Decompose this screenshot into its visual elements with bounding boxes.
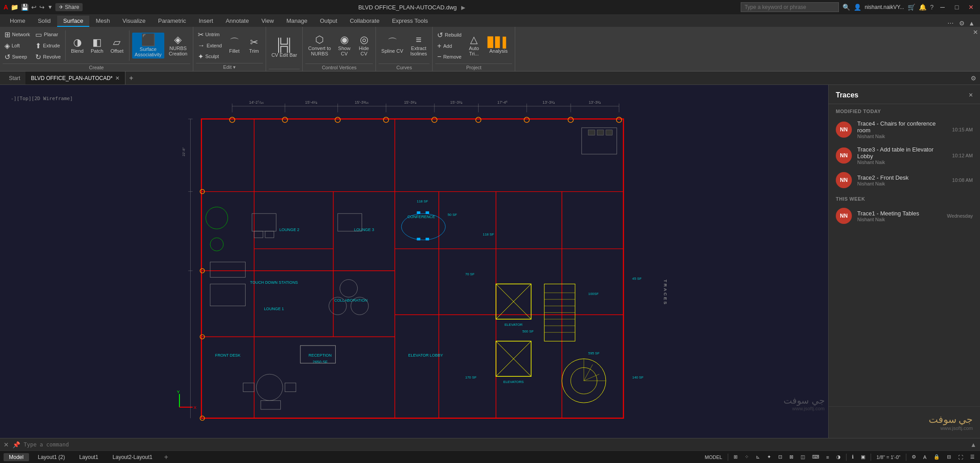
ribbon-btn-offset[interactable]: ▱ Offset <box>108 36 126 55</box>
tab-close-icon[interactable]: ✕ <box>115 75 120 81</box>
ribbon-btn-revolve[interactable]: ↻ Revolve <box>33 52 63 62</box>
floorplan-svg[interactable]: 14'-2⁷⁄₁₆ 15'-4¹⁄₄ 15'-3³⁄₁₆ 15'-3³⁄₄ 15… <box>10 95 828 438</box>
close-btn[interactable]: ✕ <box>966 2 976 13</box>
tab-annotate[interactable]: Annotate <box>219 16 255 27</box>
tab-visualize[interactable]: Visualize <box>116 16 152 27</box>
ribbon-btn-network[interactable]: ⊞ Network <box>3 29 32 40</box>
search-input[interactable] <box>741 2 839 12</box>
status-tab-add[interactable]: + <box>162 453 171 461</box>
tab-output[interactable]: Output <box>313 16 343 27</box>
ribbon-btn-analysis[interactable]: ▊▋▌ Analysis <box>485 36 513 55</box>
status-quickprops-btn[interactable]: ℹ <box>850 454 855 460</box>
status-settings-btn[interactable]: ⚙ <box>910 454 918 460</box>
tab-view[interactable]: View <box>255 16 280 27</box>
status-dynucs-btn[interactable]: ◫ <box>799 454 807 460</box>
cmd-close-btn[interactable]: ✕ <box>4 441 9 448</box>
cmd-pin-btn[interactable]: 📌 <box>13 441 20 448</box>
quick-access-redo[interactable]: ↪ <box>39 4 45 11</box>
ribbon-btn-rebuild[interactable]: ↺ Rebuild <box>435 30 463 40</box>
ribbon-btn-sweep[interactable]: ↺ Sweep <box>3 52 32 62</box>
ribbon-btn-extend[interactable]: → Extend <box>196 41 224 51</box>
status-lineweight-btn[interactable]: ≡ <box>825 455 831 460</box>
ribbon-btn-remove[interactable]: − Remove <box>435 52 463 62</box>
status-viewport-btn[interactable]: ⊟ <box>945 454 953 460</box>
ribbon-btn-nurbs-creation[interactable]: ◈ NURBSCreation <box>166 34 190 58</box>
tab-parametric[interactable]: Parametric <box>152 16 192 27</box>
search-icon[interactable]: 🔍 <box>842 4 850 11</box>
ribbon-btn-planar[interactable]: ▭ Planar <box>33 29 63 40</box>
status-polar-btn[interactable]: ✦ <box>765 454 773 460</box>
trace-item-3[interactable]: NN Trace3 - Add table in Elevator Lobby … <box>829 143 980 168</box>
command-input[interactable] <box>24 442 967 448</box>
tab-express-tools[interactable]: Express Tools <box>386 16 434 27</box>
panel-settings-icon[interactable]: ⚙ <box>957 20 967 27</box>
minimize-btn[interactable]: ─ <box>937 2 948 13</box>
traces-close-btn[interactable]: × <box>969 91 973 99</box>
ribbon-btn-show-cv[interactable]: ◉ ShowCV <box>335 34 353 58</box>
status-tab-layout1-2[interactable]: Layout1 (2) <box>33 453 71 461</box>
tab-collaborate[interactable]: Collaborate <box>343 16 386 27</box>
quick-access-open[interactable]: 📁 <box>11 4 18 11</box>
quick-access-save[interactable]: 💾 <box>21 4 29 11</box>
expand-icon[interactable]: ▶ <box>461 4 465 11</box>
tab-insert[interactable]: Insert <box>192 16 220 27</box>
ribbon-btn-fillet[interactable]: ⌒ Fillet <box>225 36 243 55</box>
ribbon-btn-spline-cv[interactable]: ⌒ Spline CV <box>379 36 406 55</box>
tab-surface[interactable]: Surface <box>57 16 90 27</box>
share-button[interactable]: ✈ Share <box>55 3 83 11</box>
ribbon-btn-auto-tri[interactable]: △ AutoTri... <box>465 34 483 58</box>
ribbon-btn-cv-edit-bar[interactable]: ╠╣ CV Edit Bar <box>269 38 300 59</box>
tab-add-btn[interactable]: + <box>125 72 137 84</box>
tab-solid[interactable]: Solid <box>32 16 57 27</box>
tab-settings-icon[interactable]: ⚙ <box>971 75 976 82</box>
ribbon-btn-patch[interactable]: ◧ Patch <box>88 36 106 55</box>
trace-item-2[interactable]: NN Trace2 - Front Desk Nishant Naik 10:0… <box>829 168 980 192</box>
panel-collapse-icon[interactable]: ▲ <box>967 20 976 27</box>
status-osnap-btn[interactable]: ⊡ <box>776 454 784 460</box>
status-dyninput-btn[interactable]: ⌨ <box>810 454 821 460</box>
status-selection-btn[interactable]: ▣ <box>859 454 867 460</box>
tab-manage[interactable]: Manage <box>280 16 313 27</box>
tab-start[interactable]: Start <box>4 73 25 83</box>
ribbon-btn-untrim[interactable]: ✂ Untrim <box>196 29 224 40</box>
ribbon-btn-surface-associativity[interactable]: ⬛ SurfaceAssociativity <box>132 33 165 59</box>
trace-item-1[interactable]: NN Trace1 - Meeting Tables Nishant Naik … <box>829 204 980 227</box>
status-custom-btn[interactable]: ☰ <box>968 454 976 460</box>
status-tab-layout1[interactable]: Layout1 <box>74 453 104 461</box>
status-otrack-btn[interactable]: ⊠ <box>788 454 795 460</box>
status-tab-model[interactable]: Model <box>4 453 29 461</box>
status-tab-layout2[interactable]: Layout2-Layout1 <box>107 453 158 461</box>
maximize-btn[interactable]: □ <box>951 2 962 13</box>
status-fullscreen-btn[interactable]: ⛶ <box>956 455 965 460</box>
trim-icon: ✂ <box>250 38 258 47</box>
ribbon-more-icon[interactable]: ⋯ <box>944 20 957 27</box>
tab-mesh[interactable]: Mesh <box>89 16 116 27</box>
cmd-scroll-up[interactable]: ▲ <box>970 441 976 448</box>
ribbon-btn-extrude[interactable]: ⬆ Extrude <box>33 41 63 51</box>
help-icon[interactable]: ? <box>930 4 934 11</box>
status-transparency-btn[interactable]: ◑ <box>834 454 842 460</box>
ribbon-btn-convert-to-nurbs[interactable]: ⬡ Convert toNURBS <box>305 34 334 58</box>
cart-icon[interactable]: 🛒 <box>908 4 915 11</box>
ribbon-btn-hide-cv[interactable]: ◎ HideCV <box>355 34 373 58</box>
sculpt-label: Sculpt <box>205 54 219 59</box>
quick-access-undo[interactable]: ↩ <box>31 4 37 11</box>
ribbon-collapse-icon[interactable]: ✕ <box>973 29 978 36</box>
ribbon-btn-sculpt[interactable]: ✦ Sculpt <box>196 51 224 62</box>
trace-item-4[interactable]: NN Trace4 - Chairs for conference room N… <box>829 117 980 143</box>
status-annotation-btn[interactable]: A <box>922 455 928 460</box>
tab-home[interactable]: Home <box>4 16 32 27</box>
ribbon-btn-extract-isolines[interactable]: ≡ ExtractIsolines <box>408 34 430 58</box>
ribbon-btn-blend[interactable]: ◑ Blend <box>68 36 86 55</box>
status-grid-btn[interactable]: ⊞ <box>732 454 739 460</box>
tab-blvd-office[interactable]: BLVD OFFICE_PLAN-AUTOCAD* ✕ <box>25 72 125 84</box>
ribbon-btn-add[interactable]: + Add <box>435 41 463 51</box>
status-lock-btn[interactable]: 🔒 <box>932 454 942 460</box>
canvas-area[interactable]: -][Top][2D Wireframe] <box>0 85 828 438</box>
ribbon-btn-loft[interactable]: ◈ Loft <box>3 41 32 51</box>
notification-icon[interactable]: 🔔 <box>919 4 926 11</box>
status-ortho-btn[interactable]: ⊾ <box>754 454 762 460</box>
status-snap-btn[interactable]: ⁘ <box>743 454 751 460</box>
quick-access-more[interactable]: ▼ <box>47 4 53 10</box>
ribbon-btn-trim[interactable]: ✂ Trim <box>245 36 263 55</box>
